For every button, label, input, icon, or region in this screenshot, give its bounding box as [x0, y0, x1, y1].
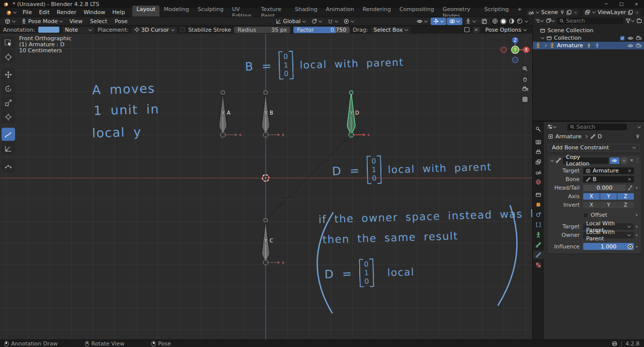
render-visibility-icon[interactable] [636, 43, 641, 48]
new-viewlayer-icon[interactable] [628, 10, 633, 15]
annotation-layer-dropdown[interactable]: Note [62, 27, 95, 33]
use-bbone-shape-toggle[interactable] [626, 185, 634, 191]
exclude-checkbox-icon[interactable] [620, 36, 625, 41]
offset-checkbox[interactable] [583, 213, 588, 218]
target-field[interactable]: Armature ✕ [583, 167, 634, 174]
influence-slider[interactable]: 1.000 [583, 243, 634, 250]
unlink-scene-icon[interactable]: × [574, 10, 578, 15]
tab-scene-icon[interactable] [533, 167, 544, 176]
overlays-toggle[interactable] [447, 18, 462, 25]
gizmos-toggle[interactable] [431, 18, 446, 25]
add-bone-constraint-button[interactable]: Add Bone Constraint [548, 144, 640, 151]
armature-data-icon[interactable] [595, 43, 600, 48]
collection-expand-icon[interactable] [541, 36, 544, 39]
rendered-shading-icon[interactable] [517, 18, 523, 24]
menu-file[interactable]: File [19, 9, 35, 16]
menu-pose[interactable]: Pose [111, 18, 131, 25]
constraint-delete-button[interactable]: ✕ [629, 158, 635, 163]
menu-edit[interactable]: Edit [35, 9, 53, 16]
outliner-search-input[interactable] [566, 18, 621, 24]
outliner-item-collection[interactable]: Collection [533, 34, 644, 42]
properties-editor-type[interactable] [547, 124, 556, 130]
solid-shading-icon[interactable] [500, 18, 507, 25]
outliner-display-mode[interactable] [535, 18, 544, 24]
radius-slider[interactable]: Radius 35 px [234, 27, 290, 33]
bone-b[interactable]: Y x B [262, 91, 284, 137]
breadcrumb-object[interactable]: Armature [555, 133, 582, 140]
scale-tool[interactable] [2, 96, 15, 109]
move-tool[interactable] [2, 68, 15, 81]
invert-x-button[interactable]: X [583, 202, 600, 208]
gizmo-neg-z-axis[interactable] [512, 57, 518, 62]
menu-view[interactable]: View [66, 18, 86, 25]
constraint-expand-icon[interactable] [550, 158, 554, 161]
tool-settings-close-button[interactable]: × [473, 27, 480, 33]
xray-pose-dropdown[interactable] [463, 18, 478, 25]
properties-options-dropdown[interactable] [637, 124, 641, 128]
stabilize-stroke-checkbox[interactable] [180, 27, 185, 32]
tab-viewlayer-icon[interactable] [533, 157, 544, 166]
pin-icon[interactable] [560, 10, 565, 15]
bone-a[interactable]: Y x A [219, 91, 242, 137]
outliner-search[interactable] [557, 18, 623, 24]
zoom-button[interactable] [521, 64, 529, 73]
invert-y-button[interactable]: Y [600, 202, 617, 208]
axis-x-button[interactable]: X [583, 193, 600, 200]
space-owner-dropdown[interactable]: Local With Parent [583, 232, 634, 238]
new-scene-icon[interactable] [567, 10, 572, 15]
tool-settings-icon[interactable] [464, 27, 470, 33]
clear-keyframe-icon[interactable] [627, 244, 633, 249]
scene-selector[interactable]: Scene × [526, 9, 580, 16]
outliner-filter-button[interactable] [625, 18, 634, 24]
animate-dot[interactable] [636, 187, 637, 189]
bone-c[interactable]: Y x C [262, 218, 284, 265]
navigation-gizmo[interactable]: Z X Y [496, 36, 532, 66]
tab-object-icon[interactable] [533, 200, 544, 209]
clear-target-icon[interactable]: ✕ [627, 168, 631, 173]
tab-bone-constraint-icon[interactable] [533, 250, 544, 259]
menu-help[interactable]: Help [109, 9, 128, 16]
constraint-drag-handle[interactable]: ⁚⁚⁚ [636, 158, 638, 163]
pose-breakdowner-tool[interactable] [2, 159, 15, 172]
app-menu-button[interactable] [3, 9, 19, 16]
headtail-slider[interactable]: 0.000 [583, 185, 626, 191]
orthographic-toggle-button[interactable] [521, 95, 529, 104]
invert-z-button[interactable]: Z [617, 202, 634, 208]
menu-window[interactable]: Window [80, 9, 109, 16]
armature-expand-icon[interactable] [543, 44, 547, 47]
constraint-extras-dropdown[interactable] [621, 157, 627, 164]
select-box-tool[interactable] [2, 36, 15, 49]
shading-dropdown[interactable] [525, 19, 528, 22]
rotate-tool[interactable] [2, 82, 15, 95]
render-visibility-icon[interactable] [636, 36, 641, 41]
annotation-color-swatch[interactable] [38, 27, 59, 33]
extensions-status-icon[interactable] [612, 341, 617, 346]
outliner-item-armature[interactable]: Armature [533, 42, 644, 49]
annotate-tool[interactable] [2, 128, 15, 141]
tab-collection-icon[interactable] [533, 190, 544, 199]
hide-eye-icon[interactable] [627, 43, 633, 48]
tab-world-icon[interactable] [533, 178, 544, 186]
xray-toggle[interactable] [479, 18, 490, 25]
pivot-point-selector[interactable] [309, 18, 325, 25]
placement-dropdown[interactable]: 3D Cursor [132, 27, 177, 33]
close-button[interactable]: × [629, 0, 644, 8]
properties-search[interactable] [568, 124, 627, 130]
tab-render-icon[interactable] [533, 137, 544, 146]
properties-search-input[interactable] [577, 124, 624, 130]
viewlayer-selector[interactable]: ViewLayer × [583, 9, 641, 16]
proportional-editing-toggle[interactable] [341, 18, 357, 25]
camera-view-button[interactable] [521, 85, 529, 94]
axis-z-button[interactable]: Z [617, 193, 634, 200]
visibility-dropdown[interactable] [414, 18, 430, 25]
snap-toggle[interactable] [325, 18, 341, 25]
hide-eye-icon[interactable] [627, 36, 633, 41]
tab-texture-icon[interactable] [533, 261, 544, 269]
tab-output-icon[interactable] [533, 147, 544, 156]
tab-tool-icon[interactable] [533, 125, 544, 133]
menu-select[interactable]: Select [87, 18, 111, 25]
tab-armature-data-icon[interactable] [533, 230, 544, 239]
clear-bone-icon[interactable]: ✕ [627, 177, 631, 182]
constraint-enable-toggle[interactable] [610, 157, 619, 164]
breadcrumb-bone[interactable]: D [598, 133, 602, 140]
